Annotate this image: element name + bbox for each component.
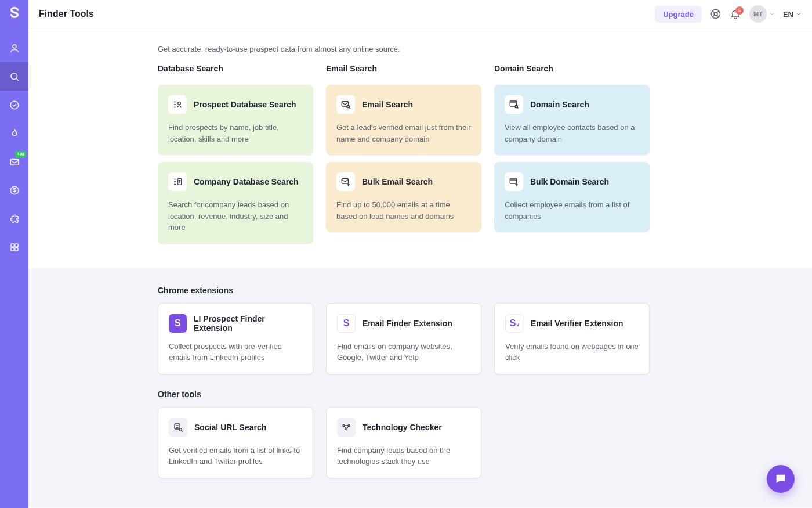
s-purple-icon: S	[169, 314, 187, 333]
card-desc: Search for company leads based on locati…	[168, 199, 303, 233]
sidebar-item-campaigns[interactable]: +AI	[0, 147, 28, 176]
email-search-card[interactable]: Email Search Get a lead's verified email…	[326, 85, 481, 155]
svg-point-20	[179, 428, 182, 431]
svg-rect-3	[10, 159, 19, 165]
card-desc: Verify emails found on webpages in one c…	[505, 341, 639, 363]
card-title: Social URL Search	[194, 423, 266, 432]
sidebar-item-extensions[interactable]	[0, 204, 28, 233]
email-verifier-extension-card[interactable]: Sv Email Verifier Extension Verify email…	[494, 303, 650, 374]
section-heading: Database Search	[158, 64, 313, 73]
svg-rect-6	[14, 244, 17, 247]
email-search-column: Email Search Email Search Get a lead's v…	[326, 64, 481, 244]
section-heading: Email Search	[326, 64, 481, 73]
s-outline-icon: S	[337, 314, 356, 333]
language-label: EN	[783, 10, 793, 19]
card-desc: Find emails on company websites, Google,…	[337, 341, 470, 363]
svg-rect-5	[11, 244, 14, 247]
card-desc: Find prospects by name, job title, locat…	[168, 122, 303, 145]
card-desc: View all employee contacts based on a co…	[505, 122, 639, 145]
section-heading: Domain Search	[494, 64, 650, 73]
domain-search-card[interactable]: Domain Search View all employee contacts…	[494, 85, 650, 155]
sidebar-item-deals[interactable]	[0, 176, 28, 204]
svg-rect-15	[342, 179, 348, 183]
language-selector[interactable]: EN	[783, 10, 802, 19]
notifications-icon[interactable]: 5	[730, 8, 741, 20]
prospect-database-search-card[interactable]: Prospect Database Search Find prospects …	[158, 85, 313, 155]
card-desc: Find company leads based on the technolo…	[337, 445, 470, 467]
avatar: MT	[749, 5, 767, 23]
bulk-email-search-card[interactable]: Bulk Email Search Find up to 50,000 emai…	[326, 162, 481, 232]
card-title: Prospect Database Search	[194, 100, 296, 109]
card-desc: Get a lead's verified email just from th…	[336, 122, 471, 145]
svg-point-21	[343, 424, 345, 426]
chrome-extensions-heading: Chrome extensions	[158, 286, 650, 295]
page-title: Finder Tools	[39, 9, 94, 19]
sidebar-item-warmup[interactable]	[0, 119, 28, 147]
svg-rect-18	[510, 178, 516, 183]
dollar-circle-icon	[9, 185, 20, 196]
chat-fab[interactable]	[767, 465, 795, 493]
li-prospect-finder-card[interactable]: S LI Prospect Finder Extension Collect p…	[158, 303, 313, 374]
card-title: Email Verifier Extension	[531, 319, 624, 328]
svg-point-1	[11, 73, 17, 80]
upgrade-button[interactable]: Upgrade	[655, 6, 702, 23]
help-icon[interactable]	[710, 8, 722, 20]
svg-point-0	[13, 45, 16, 48]
svg-point-10	[714, 12, 717, 16]
card-title: Technology Checker	[362, 423, 442, 432]
domain-search-column: Domain Search Domain Search View all emp…	[494, 64, 650, 244]
app-logo[interactable]	[5, 5, 24, 23]
svg-rect-8	[14, 247, 17, 250]
sidebar-item-search[interactable]	[0, 62, 28, 91]
ai-badge: +AI	[15, 151, 26, 158]
bulk-domain-search-card[interactable]: Bulk Domain Search Collect employee emai…	[494, 162, 650, 232]
card-desc: Collect employee emails from a list of c…	[505, 199, 639, 222]
svg-point-2	[10, 101, 19, 109]
svg-point-11	[178, 102, 181, 105]
card-title: Bulk Email Search	[362, 177, 433, 186]
notification-count-badge: 5	[735, 6, 744, 15]
other-tools-heading: Other tools	[158, 390, 650, 399]
tech-check-icon	[337, 418, 356, 437]
database-search-column: Database Search Prospect Database Search…	[158, 64, 313, 244]
sidebar-item-contacts[interactable]	[0, 34, 28, 62]
mail-search-icon	[336, 95, 355, 114]
card-title: Email Search	[362, 100, 413, 109]
card-desc: Collect prospects with pre-verified emai…	[169, 341, 302, 363]
sidebar-item-apps[interactable]	[0, 233, 28, 261]
puzzle-icon	[9, 214, 20, 224]
globe-bulk-icon	[505, 172, 523, 191]
card-title: Bulk Domain Search	[530, 177, 609, 186]
card-title: Email Finder Extension	[362, 319, 452, 328]
chat-icon	[774, 473, 787, 485]
check-circle-icon	[9, 100, 20, 110]
search-icon	[9, 71, 20, 82]
account-menu[interactable]: MT	[749, 5, 775, 23]
content-scroll: Get accurate, ready-to-use prospect data…	[28, 28, 812, 508]
intro-text: Get accurate, ready-to-use prospect data…	[158, 45, 650, 53]
mail-bulk-icon	[336, 172, 355, 191]
svg-rect-7	[11, 247, 14, 250]
chevron-down-icon	[796, 11, 802, 17]
svg-point-22	[348, 424, 350, 426]
flame-icon	[9, 128, 20, 139]
sidebar: +AI	[0, 0, 28, 508]
logo-s-icon	[5, 5, 24, 23]
person-icon	[9, 43, 20, 53]
sidebar-item-verify[interactable]	[0, 91, 28, 119]
card-title: Company Database Search	[194, 177, 299, 186]
svg-rect-19	[175, 424, 180, 429]
card-title: LI Prospect Finder Extension	[194, 314, 302, 333]
apps-grid-icon	[9, 242, 20, 253]
chevron-down-icon	[769, 11, 775, 17]
globe-search-icon	[505, 95, 523, 114]
topbar-actions: Upgrade 5 MT EN	[655, 5, 802, 23]
social-url-search-card[interactable]: Social URL Search Get verified emails fr…	[158, 407, 313, 478]
company-database-search-card[interactable]: Company Database Search Search for compa…	[158, 162, 313, 244]
technology-checker-card[interactable]: Technology Checker Find company leads ba…	[326, 407, 481, 478]
company-list-icon	[168, 172, 187, 191]
person-list-icon	[168, 95, 187, 114]
topbar: Finder Tools Upgrade 5 MT EN	[28, 0, 812, 28]
email-finder-extension-card[interactable]: S Email Finder Extension Find emails on …	[326, 303, 481, 374]
card-desc: Find up to 50,000 emails at a time based…	[336, 199, 471, 222]
